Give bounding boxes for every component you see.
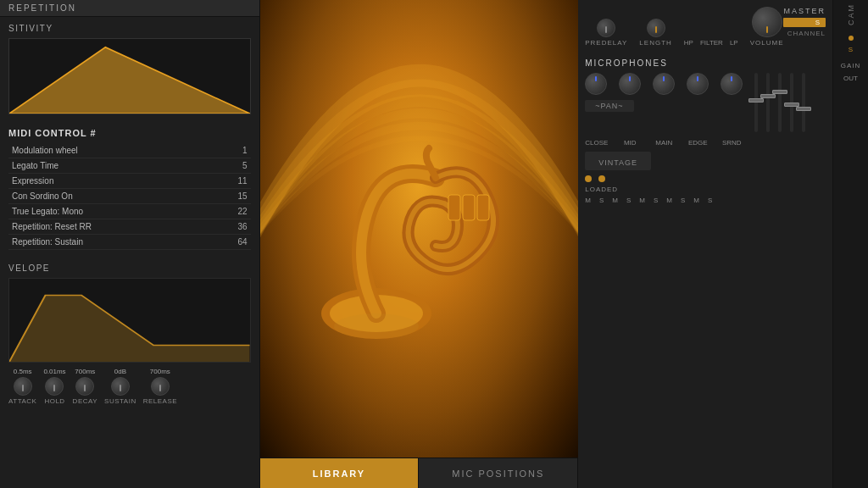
mic-knob-5[interactable] [721,73,743,95]
knob-group-attack: 0.5ms ATTACK [8,368,36,405]
fader-4[interactable] [790,73,793,132]
knob-value-hold: 0.01ms [43,368,65,375]
knobs-row: 0.5ms ATTACK 0.01ms HOLD 700ms DECAY 0dB… [8,368,251,405]
fader-unit-1 [754,73,758,132]
knob-decay[interactable] [75,377,94,396]
loaded-label: LOADED [585,186,826,193]
mic-label-close: CLOSE [585,139,607,147]
midi-control-section: MIDI CONTROL # Modulation wheel1Legato T… [0,121,259,257]
sensitivity-label: SITIVITY [8,24,251,33]
instrument-image [260,0,579,458]
envelope-label: VELOPE [8,263,251,273]
volume-knob-col: VOLUME [750,7,784,47]
fader-1[interactable] [754,73,758,132]
midi-table: Modulation wheel1Legato Time5Expression1… [8,143,251,250]
filter-labels-row: HP FILTER LP [684,39,738,47]
right-panel: PREDELAY LENGTH HP FILTER LP VOLUME [578,0,832,488]
length-knob[interactable] [647,19,665,37]
cam-label: CAM [847,3,855,25]
svg-point-8 [334,313,419,339]
mic-knob-2[interactable] [619,73,641,95]
hp-label: HP [684,39,693,47]
svg-rect-7 [477,195,489,220]
s-indicator: S [849,46,853,53]
out-label: OUT [843,75,858,82]
knob-value-attack: 0.5ms [14,368,32,375]
mic-knobs-row [585,73,743,95]
microphones-section: MICROPHONES ~PAN~ [585,58,826,204]
ms-btn-2[interactable]: M [612,197,618,204]
ms-btn-5[interactable]: S [654,197,658,204]
mic-label-mid: MID [619,139,641,147]
knob-attack[interactable] [14,377,32,396]
fader-5[interactable] [802,73,805,132]
fader-3[interactable] [778,73,782,132]
master-section: MASTER S CHANNEL [783,7,826,37]
microphones-label: MICROPHONES [585,58,826,68]
orange-indicator [849,36,854,41]
fader-thumb-1 [748,98,764,103]
midi-row: True Legato: Mono22 [8,204,251,219]
ms-btn-0[interactable]: M [585,197,591,204]
knob-value-sustain: 0dB [114,368,126,375]
midi-control-title: MIDI CONTROL # [8,128,251,138]
knob-label-sustain: SUSTAIN [104,397,136,405]
filter-label: FILTER [700,39,723,47]
fader-2[interactable] [766,73,770,132]
top-controls: PREDELAY LENGTH HP FILTER LP VOLUME [585,7,826,47]
fader-thumb-5 [796,107,811,111]
lp-label: LP [730,39,738,47]
ms-btn-3[interactable]: S [626,197,631,204]
mic-label-srnd: SRND [721,139,743,147]
knob-group-sustain: 0dB SUSTAIN [104,368,136,405]
knob-group-release: 700ms RELEASE [143,368,177,405]
knob-release[interactable] [151,377,170,396]
midi-row: Legato Time5 [8,158,251,174]
fader-unit-4 [790,73,793,132]
knob-group-decay: 700ms DECAY [73,368,97,405]
mic-knob-3[interactable] [653,73,675,95]
svg-rect-6 [463,195,475,220]
fader-thumb-3 [772,90,787,94]
filter-group: HP FILTER LP [684,39,738,47]
mic-label-main: MAIN [653,139,675,147]
predelay-knob[interactable] [597,19,615,37]
fader-unit-5 [802,73,805,132]
library-button[interactable]: LIBRARY [260,458,420,488]
ms-btn-1[interactable]: S [599,197,604,204]
fader-unit-2 [766,73,770,132]
ms-btn-6[interactable]: M [666,197,672,204]
fader-thumb-2 [760,94,776,98]
midi-row: Modulation wheel1 [8,143,251,158]
knob-hold[interactable] [45,377,64,396]
ms-row: MSMSMSMSMS [585,197,826,204]
svg-rect-5 [448,195,460,220]
ms-btn-4[interactable]: M [639,197,645,204]
midi-row: Expression11 [8,174,251,189]
volume-label: VOLUME [750,39,784,47]
svg-marker-0 [9,47,250,114]
ms-btn-9[interactable]: S [708,197,712,204]
repetition-label: REPETITION [8,3,76,13]
knob-label-hold: HOLD [44,397,64,405]
ms-btn-7[interactable]: S [681,197,685,204]
left-panel: REPETITION SITIVITY MIDI CONTROL # Modul… [0,0,260,488]
mic-channel-labels: CLOSEMIDMAINEDGESRND [585,139,826,147]
vintage-label: VINTAGE [598,158,637,167]
channel-label: CHANNEL [783,30,826,37]
mic-knob-1[interactable] [585,73,607,95]
predelay-label: PREDELAY [585,39,627,47]
knob-label-attack: ATTACK [8,397,36,405]
ms-btn-8[interactable]: M [693,197,699,204]
faders-group [754,73,805,132]
fader-unit-3 [778,73,782,132]
right-area: PREDELAY LENGTH HP FILTER LP VOLUME [578,0,868,488]
envelope-graph [8,278,251,363]
sensitivity-graph [8,38,251,114]
volume-knob[interactable] [752,7,782,37]
mic-positions-button[interactable]: MIC POSITIONS [419,458,578,488]
repetition-bar: REPETITION [0,0,259,17]
mic-knob-4[interactable] [687,73,709,95]
knob-sustain[interactable] [111,377,130,396]
knobs-group-top: PREDELAY LENGTH HP FILTER LP VOLUME [585,7,783,47]
